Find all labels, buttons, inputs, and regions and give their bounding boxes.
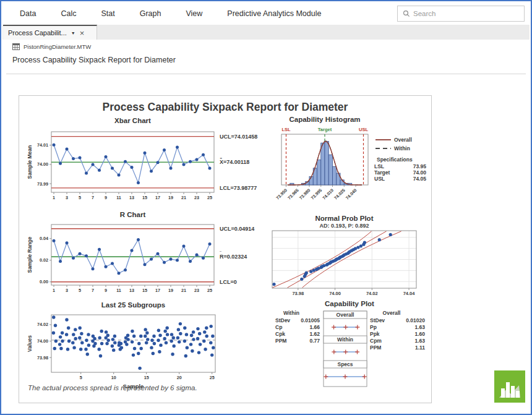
svg-text:1: 1	[53, 195, 55, 200]
search-icon	[403, 10, 410, 17]
rchart-title: R Chart	[120, 211, 146, 218]
svg-text:Cp: Cp	[275, 324, 282, 330]
svg-text:0.01020: 0.01020	[406, 317, 425, 323]
svg-text:74.05: 74.05	[413, 176, 427, 182]
svg-text:73.98: 73.98	[292, 291, 304, 296]
svg-text:10: 10	[111, 375, 116, 380]
svg-text:21: 21	[181, 195, 186, 200]
svg-text:3: 3	[66, 195, 68, 200]
svg-text:0.02: 0.02	[40, 257, 48, 263]
svg-text:0.01005: 0.01005	[301, 317, 320, 323]
capability-plot[interactable]: Capability PlotOverallWithinSpecsWithinS…	[274, 297, 432, 403]
svg-text:74.025: 74.025	[333, 188, 346, 200]
svg-text:25: 25	[210, 375, 215, 380]
subgroups-title: Last 25 Subgroups	[101, 301, 166, 309]
capplot-box-specs: Specs	[337, 361, 353, 367]
svg-text:74.01: 74.01	[37, 142, 48, 148]
svg-text:Target: Target	[374, 169, 390, 176]
svg-text:74.00: 74.00	[413, 169, 427, 176]
tab-close-icon[interactable]: ×	[80, 29, 85, 37]
svg-text:1.62: 1.62	[309, 331, 320, 337]
document-tab[interactable]: Process Capabilit... ▼ ×	[3, 25, 97, 40]
within-stats-title: Within	[283, 310, 299, 316]
search-input[interactable]	[413, 10, 524, 17]
svg-text:74.00: 74.00	[37, 161, 48, 167]
report-canvas[interactable]: Process Capability Sixpack Report for Di…	[19, 95, 432, 403]
svg-text:74.010: 74.010	[322, 188, 334, 200]
svg-text:9: 9	[105, 288, 107, 293]
menu-item-calc[interactable]: Calc	[61, 9, 76, 18]
specifications-title: Specifications	[377, 156, 413, 163]
svg-text:1.11: 1.11	[415, 344, 425, 351]
tab-dropdown-icon[interactable]: ▼	[71, 31, 75, 35]
capability-histogram[interactable]: Capability HistogramLSLTargetUSL73.95073…	[274, 112, 432, 217]
xbar-title: Xbar Chart	[114, 117, 151, 124]
svg-text:73.965: 73.965	[287, 188, 299, 200]
svg-text:74.04: 74.04	[403, 291, 416, 296]
legend-overall: Overall	[394, 137, 412, 143]
svg-text:25: 25	[207, 195, 212, 200]
capplot-title: Capability Plot	[325, 300, 374, 307]
svg-text:20: 20	[177, 375, 182, 380]
svg-text:74.00: 74.00	[329, 291, 341, 296]
subgroups-ylabel: Values	[27, 335, 33, 352]
svg-text:13: 13	[129, 288, 134, 293]
svg-text:3: 3	[66, 288, 68, 293]
rchart-lcl-label: LCL=0	[220, 279, 237, 285]
output-pane: PistonRingDiameter.MTW Process Capabilit…	[2, 40, 530, 413]
probplot-title: Normal Prob Plot	[315, 215, 374, 222]
hist-title: Capability Histogram	[289, 116, 360, 123]
menu-item-graph[interactable]: Graph	[140, 9, 161, 18]
menu-item-view[interactable]: View	[186, 9, 202, 18]
worksheet-row[interactable]: PistonRingDiameter.MTW	[12, 43, 91, 50]
target-marker-label: Target	[318, 127, 332, 132]
svg-text:PPM: PPM	[275, 338, 286, 344]
svg-text:1.63: 1.63	[414, 338, 425, 344]
menu-item-predictive-analytics-module[interactable]: Predictive Analytics Module	[227, 9, 321, 18]
menu-item-stat[interactable]: Stat	[101, 9, 114, 18]
svg-text:74.02: 74.02	[366, 291, 378, 296]
svg-text:5: 5	[79, 288, 81, 293]
legend-within: Within	[394, 145, 410, 152]
minitab-graph-icon[interactable]	[494, 370, 525, 403]
svg-text:11: 11	[116, 195, 121, 200]
svg-text:LSL: LSL	[374, 163, 384, 169]
probplot-subtitle: AD: 0.193, P: 0.892	[319, 223, 369, 229]
xbar-lcl-label: LCL=73.98777	[220, 185, 257, 191]
xbar-ylabel: Sample Mean	[27, 145, 33, 179]
search-box[interactable]	[397, 6, 525, 22]
tab-label: Process Capabilit...	[8, 29, 67, 36]
worksheet-name: PistonRingDiameter.MTW	[24, 43, 91, 50]
menu-item-data[interactable]: Data	[20, 9, 36, 18]
normal-prob-plot[interactable]: Normal Prob PlotAD: 0.193, P: 0.89273.98…	[267, 215, 432, 307]
svg-text:StDev: StDev	[275, 317, 290, 323]
svg-text:74.00: 74.00	[37, 338, 48, 344]
report-footnote: The actual process spread is represented…	[28, 384, 197, 391]
svg-text:Pp: Pp	[370, 324, 377, 330]
svg-text:StDev: StDev	[370, 317, 385, 323]
svg-text:74.02: 74.02	[37, 322, 48, 327]
tab-strip: Process Capabilit... ▼ ×	[2, 25, 530, 40]
svg-text:9: 9	[105, 195, 107, 200]
svg-text:1.63: 1.63	[414, 324, 425, 330]
lsl-marker-label: LSL	[281, 127, 291, 132]
svg-text:73.995: 73.995	[310, 188, 322, 200]
svg-text:73.980: 73.980	[299, 188, 311, 200]
svg-text:15: 15	[142, 288, 147, 293]
svg-text:0.00: 0.00	[40, 279, 48, 285]
svg-text:7: 7	[92, 288, 94, 293]
svg-text:1: 1	[53, 288, 55, 293]
svg-text:5: 5	[79, 195, 81, 200]
svg-text:7: 7	[92, 195, 94, 200]
xbar-cl-label: X=74.00118	[220, 159, 249, 165]
svg-text:0.77: 0.77	[309, 338, 320, 344]
svg-text:1.60: 1.60	[414, 331, 425, 337]
capplot-box-within: Within	[337, 336, 353, 343]
svg-text:19: 19	[168, 195, 173, 200]
svg-text:15: 15	[142, 195, 147, 200]
svg-text:73.98: 73.98	[37, 355, 48, 361]
svg-text:1.66: 1.66	[309, 324, 320, 330]
capplot-box-overall: Overall	[337, 312, 354, 318]
svg-text:USL: USL	[374, 176, 385, 182]
svg-text:17: 17	[155, 195, 160, 200]
